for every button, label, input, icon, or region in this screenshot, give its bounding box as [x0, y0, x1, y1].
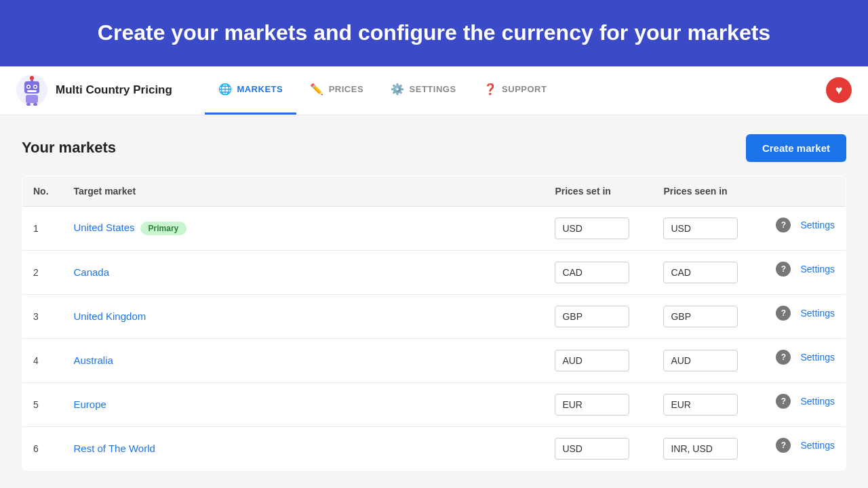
heart-icon: ♥	[835, 84, 843, 96]
tab-settings-label: SETTINGS	[410, 84, 456, 94]
row-prices-set	[544, 382, 652, 426]
col-prices-set: Prices set in	[544, 176, 652, 206]
table-row: 2Canada?Settings	[22, 250, 846, 294]
settings-link[interactable]: Settings	[800, 220, 835, 230]
row-prices-seen	[652, 338, 761, 382]
nav-items: 🌐 MARKETS ✏️ PRICES ⚙️ SETTINGS ❓ SUPPOR…	[205, 66, 826, 115]
help-icon[interactable]: ?	[776, 306, 791, 321]
row-number: 3	[22, 294, 63, 338]
row-number: 4	[22, 338, 63, 382]
market-link[interactable]: Europe	[74, 399, 106, 410]
table-body: 1United StatesPrimary?Settings2Canada?Se…	[22, 206, 846, 470]
col-prices-seen: Prices seen in	[652, 176, 761, 206]
prices-seen-input[interactable]	[663, 350, 738, 371]
market-link[interactable]: Rest of The World	[74, 443, 155, 454]
row-number: 6	[22, 426, 63, 470]
market-link[interactable]: Australia	[74, 354, 113, 366]
prices-seen-input[interactable]	[663, 394, 738, 415]
pencil-icon: ✏️	[310, 83, 324, 96]
row-market: Australia	[63, 338, 545, 382]
row-actions: ?Settings	[761, 207, 846, 243]
tab-prices-label: PRICES	[329, 84, 363, 94]
help-icon[interactable]: ?	[776, 394, 791, 409]
prices-set-input[interactable]	[555, 218, 629, 239]
row-actions: ?Settings	[761, 339, 846, 375]
svg-point-4	[28, 86, 30, 88]
settings-link[interactable]: Settings	[800, 352, 835, 363]
row-actions: ?Settings	[761, 295, 846, 331]
row-number: 2	[22, 250, 63, 294]
gear-icon: ⚙️	[391, 83, 405, 96]
table-row: 3United Kingdom?Settings	[22, 294, 846, 338]
row-market: Canada	[63, 250, 545, 294]
globe-icon: 🌐	[218, 83, 233, 96]
svg-rect-11	[33, 103, 37, 106]
brand-name: Multi Country Pricing	[56, 83, 172, 97]
settings-link[interactable]: Settings	[800, 396, 835, 407]
market-link[interactable]: Canada	[74, 266, 110, 278]
prices-set-input[interactable]	[555, 262, 629, 283]
table-header: No. Target market Prices set in Prices s…	[22, 176, 846, 206]
tab-support[interactable]: ❓ SUPPORT	[470, 66, 561, 115]
markets-header: Your markets Create market	[22, 134, 846, 162]
tab-markets[interactable]: 🌐 MARKETS	[205, 66, 296, 115]
col-actions	[761, 176, 846, 206]
market-link[interactable]: United States	[74, 222, 135, 233]
row-prices-set	[544, 426, 652, 470]
create-market-button[interactable]: Create market	[746, 134, 846, 162]
table-row: 4Australia?Settings	[22, 338, 846, 382]
settings-link[interactable]: Settings	[800, 308, 835, 319]
markets-table: No. Target market Prices set in Prices s…	[22, 176, 846, 471]
help-icon[interactable]: ?	[776, 350, 791, 365]
prices-set-input[interactable]	[555, 350, 629, 371]
row-prices-set	[544, 294, 652, 338]
row-prices-seen	[652, 294, 761, 338]
row-prices-seen	[652, 426, 761, 470]
prices-seen-input[interactable]	[663, 262, 738, 283]
row-market: United StatesPrimary	[63, 206, 545, 250]
main-content: Your markets Create market No. Target ma…	[0, 115, 868, 488]
help-icon[interactable]: ?	[776, 218, 791, 232]
markets-heading: Your markets	[22, 139, 116, 157]
help-icon[interactable]: ?	[776, 262, 791, 277]
tab-prices[interactable]: ✏️ PRICES	[296, 66, 377, 115]
svg-point-7	[30, 76, 34, 80]
row-market: Europe	[63, 382, 545, 426]
hero-title: Create your markets and configure the cu…	[27, 19, 841, 47]
brand-logo	[16, 75, 47, 106]
prices-seen-input[interactable]	[663, 438, 738, 460]
hero-banner: Create your markets and configure the cu…	[0, 0, 868, 66]
table-row: 6Rest of The World?Settings	[22, 426, 846, 470]
col-no: No.	[22, 176, 63, 206]
row-prices-set	[544, 338, 652, 382]
help-icon[interactable]: ?	[776, 438, 791, 453]
settings-link[interactable]: Settings	[800, 440, 835, 451]
row-prices-set	[544, 206, 652, 250]
tab-markets-label: MARKETS	[237, 84, 283, 94]
prices-seen-input[interactable]	[663, 218, 738, 239]
navbar: Multi Country Pricing 🌐 MARKETS ✏️ PRICE…	[0, 66, 868, 115]
row-prices-seen	[652, 206, 761, 250]
row-number: 1	[22, 206, 63, 250]
row-prices-set	[544, 250, 652, 294]
prices-seen-input[interactable]	[663, 306, 738, 327]
market-link[interactable]: United Kingdom	[74, 310, 146, 322]
row-number: 5	[22, 382, 63, 426]
row-prices-seen	[652, 250, 761, 294]
table-row: 5Europe?Settings	[22, 382, 846, 426]
col-target-market: Target market	[63, 176, 545, 206]
settings-link[interactable]: Settings	[800, 264, 835, 274]
prices-set-input[interactable]	[555, 306, 629, 327]
brand: Multi Country Pricing	[16, 75, 172, 106]
row-market: Rest of The World	[63, 426, 545, 470]
tab-settings[interactable]: ⚙️ SETTINGS	[377, 66, 470, 115]
svg-rect-10	[26, 103, 31, 106]
prices-set-input[interactable]	[555, 394, 629, 415]
svg-rect-9	[26, 95, 38, 103]
prices-set-input[interactable]	[555, 438, 629, 460]
row-actions: ?Settings	[761, 427, 846, 464]
tab-support-label: SUPPORT	[502, 84, 547, 94]
row-actions: ?Settings	[761, 383, 846, 420]
heart-button[interactable]: ♥	[826, 77, 852, 103]
svg-point-5	[35, 86, 37, 88]
